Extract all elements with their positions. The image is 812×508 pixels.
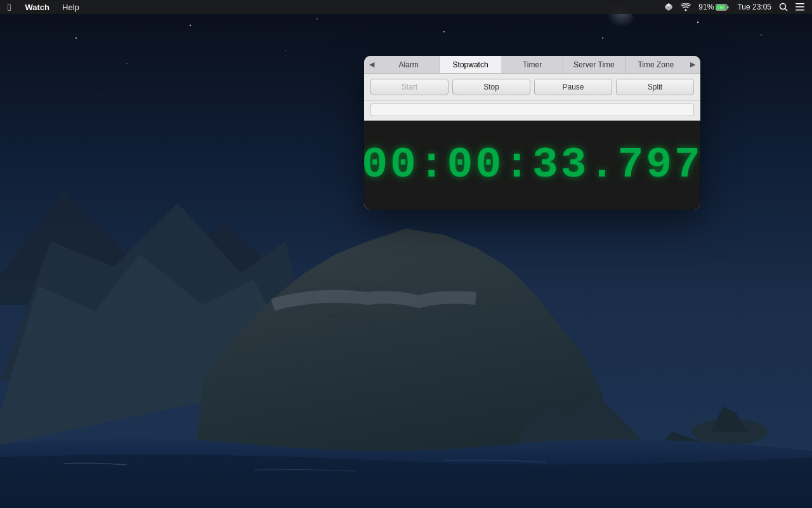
svg-rect-25 (796, 3, 804, 4)
help-menu[interactable]: Help (56, 0, 86, 14)
svg-point-5 (443, 31, 445, 32)
svg-point-13 (101, 95, 102, 95)
battery-percent-label: 91% (698, 3, 714, 11)
split-button[interactable]: Split (616, 79, 694, 95)
wifi-icon[interactable] (678, 3, 693, 11)
stop-button[interactable]: Stop (452, 79, 530, 95)
stopwatch-display: 00:00:33.797 (364, 121, 700, 210)
datetime-label: Tue 23:05 (735, 3, 774, 11)
svg-point-9 (761, 34, 762, 36)
svg-line-24 (785, 9, 788, 11)
start-button[interactable]: Start (370, 79, 449, 95)
app-window: ◀ Alarm Stopwatch Timer Server Time Time… (364, 56, 700, 210)
svg-point-10 (126, 63, 128, 64)
svg-point-8 (697, 22, 698, 23)
svg-point-2 (75, 37, 77, 39)
svg-rect-26 (796, 6, 804, 8)
svg-point-3 (190, 25, 191, 26)
desktop:  Watch Help (0, 0, 812, 508)
stopwatch-time: 00:00:33.797 (364, 144, 700, 187)
battery-status[interactable]: 91% (696, 3, 732, 11)
tab-prev-button[interactable]: ◀ (365, 58, 378, 71)
spotlight-icon[interactable] (776, 3, 790, 11)
tab-alarm[interactable]: Alarm (378, 56, 440, 73)
tab-server-time[interactable]: Server Time (563, 56, 625, 73)
svg-point-23 (780, 4, 786, 10)
pause-button[interactable]: Pause (534, 79, 612, 95)
tab-bar: ◀ Alarm Stopwatch Timer Server Time Time… (364, 56, 700, 74)
button-bar: Start Stop Pause Split (364, 74, 700, 101)
tab-stopwatch[interactable]: Stopwatch (440, 56, 501, 73)
svg-rect-27 (796, 10, 804, 11)
dropbox-menu-icon[interactable] (662, 3, 676, 11)
lap-label-input[interactable] (370, 104, 694, 116)
label-area (364, 101, 700, 121)
tab-timer[interactable]: Timer (502, 56, 563, 73)
menubar:  Watch Help (0, 0, 812, 14)
svg-rect-21 (728, 6, 729, 8)
tab-time-zone[interactable]: Time Zone (625, 56, 686, 73)
svg-point-7 (602, 37, 603, 39)
menubar-left:  Watch Help (0, 0, 662, 14)
control-center-icon[interactable] (793, 3, 807, 11)
tab-next-button[interactable]: ▶ (686, 58, 699, 71)
svg-point-14 (285, 50, 285, 51)
apple-menu[interactable]:  (0, 0, 18, 14)
menubar-right: 91% Tue 23:05 (662, 3, 812, 11)
app-name-menu[interactable]: Watch (18, 0, 56, 14)
tabs-container: Alarm Stopwatch Timer Server Time Time Z… (378, 56, 686, 73)
svg-point-4 (317, 18, 318, 20)
